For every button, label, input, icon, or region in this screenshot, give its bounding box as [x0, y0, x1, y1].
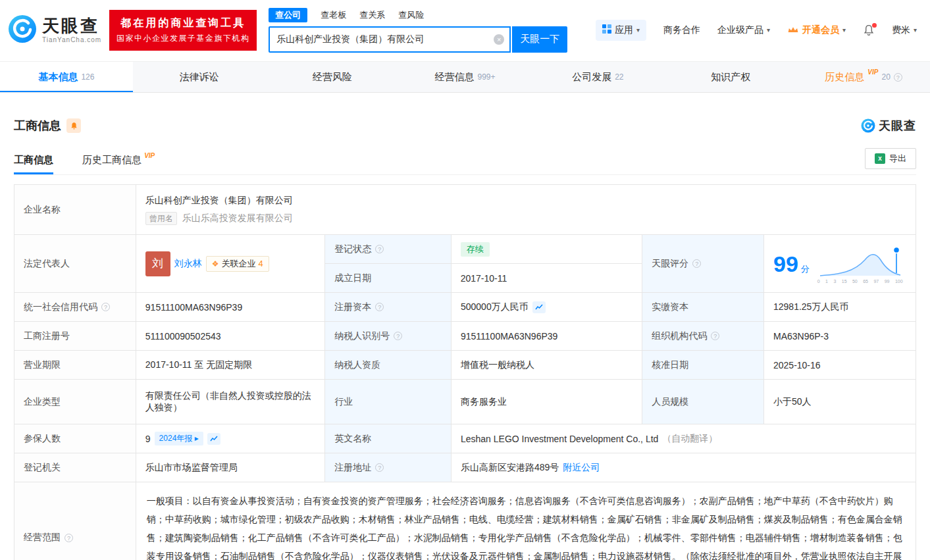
help-icon[interactable]	[394, 332, 402, 340]
tab-label: 经营信息	[434, 71, 474, 84]
status-badge: 存续	[461, 242, 490, 257]
annual-report-badge[interactable]: 2024年报 ▸	[155, 432, 203, 445]
table-row: 企业类型 有限责任公司（非自然人投资或控股的法人独资） 行业 商务服务业 人员规…	[14, 380, 916, 424]
business-term-value: 2017-10-11 至 无固定期限	[136, 351, 325, 379]
company-name-cell: 乐山科创产业投资（集团）有限公司 曾用名 乐山乐高投资发展有限公司	[136, 185, 916, 234]
search-area: 查公司 查老板 查关系 查风险 天眼一下	[269, 8, 567, 53]
search-tab-company[interactable]: 查公司	[269, 8, 307, 22]
tab-company-development[interactable]: 公司发展 22	[531, 62, 664, 92]
company-name-value: 乐山科创产业投资（集团）有限公司	[145, 195, 293, 207]
search-box	[269, 26, 511, 53]
tab-label: 知识产权	[711, 71, 750, 84]
score-unit: 分	[801, 264, 810, 274]
tab-operating-risk[interactable]: 经营风险	[266, 62, 399, 92]
section-header: 工商信息 天眼查	[14, 118, 916, 134]
insured-count-cell: 9 2024年报 ▸	[136, 424, 325, 453]
enterprise-products-label: 企业级产品	[717, 24, 763, 36]
chevron-down-icon	[842, 26, 846, 34]
help-icon[interactable]	[65, 534, 73, 542]
related-companies-chip[interactable]: ❖ 关联企业 4	[206, 256, 269, 272]
apps-menu[interactable]: 应用	[596, 20, 646, 41]
search-tab-risk[interactable]: 查风险	[398, 8, 424, 22]
field-label-reg-authority: 登记机关	[14, 453, 136, 482]
field-label-reg-status: 登记状态	[325, 235, 451, 263]
table-row: 法定代表人 刘 刘永林 ❖ 关联企业 4 登记状态 存续	[14, 235, 916, 293]
enterprise-products-menu[interactable]: 企业级产品	[717, 24, 770, 36]
promo-banner: 都在用的商业查询工具 国家中小企业发展子基金旗下机构	[109, 10, 257, 51]
notifications-bell[interactable]	[863, 24, 875, 36]
field-label-business-scope: 经营范围	[14, 482, 136, 560]
business-cooperation-link[interactable]: 商务合作	[663, 24, 700, 36]
industry-value: 商务服务业	[452, 380, 642, 424]
legal-rep-name-link[interactable]: 刘永林	[174, 258, 202, 270]
tab-count: 126	[81, 72, 94, 82]
export-button[interactable]: 导出	[865, 148, 916, 169]
search-input[interactable]	[276, 34, 494, 45]
table-row: 工商注册号 511100090502543 纳税人识别号 91511100MA6…	[14, 322, 916, 351]
vip-badge: VIP	[867, 68, 878, 76]
field-label-taxpayer-quality: 纳税人资质	[325, 351, 452, 379]
clear-search-icon[interactable]	[494, 34, 504, 45]
nearby-companies-link[interactable]: 附近公司	[563, 462, 600, 474]
insured-trend-icon[interactable]	[207, 433, 220, 445]
tianyancha-logo-icon	[861, 118, 875, 133]
search-button[interactable]: 天眼一下	[512, 26, 567, 53]
reg-address-value: 乐山高新区安港路489号	[461, 462, 559, 474]
table-row: 统一社会信用代码 91511100MA63N96P39 注册资本 500000万…	[14, 293, 916, 322]
relation-icon: ❖	[212, 259, 219, 268]
tab-history-info[interactable]: 历史信息 VIP 20	[797, 62, 930, 92]
subtab-history-business-info[interactable]: 历史工商信息 VIP	[82, 154, 155, 174]
field-label-english-name: 英文名称	[325, 424, 452, 453]
search-tab-boss[interactable]: 查老板	[321, 8, 346, 22]
help-icon[interactable]	[375, 245, 384, 253]
tab-operating-info[interactable]: 经营信息 999+	[399, 62, 532, 92]
reg-capital-value: 500000万人民币	[461, 301, 529, 313]
banner-line2: 国家中小企业发展子基金旗下机构	[116, 33, 250, 44]
approval-date-value: 2025-10-16	[764, 351, 916, 379]
notification-dot	[872, 23, 877, 28]
org-code-value: MA63N96P-3	[764, 322, 916, 350]
field-label-business-term: 营业期限	[14, 351, 136, 379]
apps-label: 应用	[615, 24, 633, 36]
field-label-text: 天眼评分	[652, 258, 688, 270]
search-tabs: 查公司 查老板 查关系 查风险	[269, 8, 567, 22]
field-label-score: 天眼评分	[642, 235, 764, 292]
tab-label: 经营风险	[313, 71, 352, 84]
open-vip-label: 开通会员	[802, 24, 839, 36]
crown-icon	[787, 25, 799, 36]
tab-legal-proceedings[interactable]: 法律诉讼	[133, 62, 266, 92]
tab-intellectual-property[interactable]: 知识产权	[664, 62, 797, 92]
reg-authority-value: 乐山市市场监督管理局	[136, 453, 325, 482]
vip-badge: VIP	[144, 152, 155, 159]
field-label-org-code: 组织机构代码	[642, 322, 764, 350]
auto-translate-note: （自动翻译）	[662, 433, 717, 445]
apps-grid-icon	[602, 24, 611, 36]
search-tab-relation[interactable]: 查关系	[359, 8, 385, 22]
open-vip-menu[interactable]: 开通会员	[787, 24, 846, 36]
credit-code-value: 91511100MA63N96P39	[136, 293, 325, 321]
score-cell: 99 分 0131550659799100	[764, 235, 916, 292]
help-icon[interactable]	[711, 332, 719, 340]
legal-rep-avatar[interactable]: 刘	[145, 251, 170, 276]
user-menu[interactable]: 费米	[892, 24, 917, 36]
former-name-value: 乐山乐高投资发展有限公司	[182, 213, 293, 224]
help-icon[interactable]	[375, 303, 384, 311]
help-icon[interactable]	[375, 463, 384, 472]
section-title: 工商信息	[14, 118, 61, 134]
logo-domain: TianYanCha.com	[42, 36, 101, 43]
subscribe-bell-button[interactable]	[66, 118, 81, 133]
tianyancha-logo[interactable]: 天眼查 TianYanCha.com	[8, 14, 101, 45]
company-type-value: 有限责任公司（非自然人投资或控股的法人独资）	[136, 380, 325, 424]
field-label-text: 纳税人识别号	[334, 330, 390, 342]
field-label-insured-count: 参保人数	[14, 424, 136, 453]
capital-trend-icon[interactable]	[532, 301, 546, 313]
tab-basic-info[interactable]: 基本信息 126	[0, 62, 133, 92]
subtab-business-info[interactable]: 工商信息	[14, 154, 53, 174]
help-icon[interactable]	[101, 303, 110, 311]
tab-label: 法律诉讼	[180, 71, 219, 84]
reg-address-cell: 乐山高新区安港路489号 附近公司	[452, 453, 916, 482]
tab-label: 公司发展	[572, 71, 611, 84]
help-icon[interactable]	[894, 73, 902, 82]
help-icon[interactable]	[692, 259, 701, 268]
taxpayer-id-value: 91511100MA63N96P39	[452, 322, 642, 350]
